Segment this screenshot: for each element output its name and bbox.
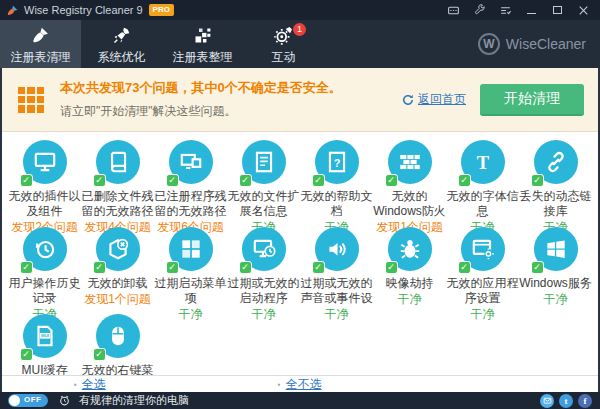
- gear-wrench-icon: [273, 25, 294, 46]
- scan-hint: 请立即"开始清理"解决这些问题。: [60, 103, 402, 120]
- checkbox-checked-icon[interactable]: ✓: [531, 261, 544, 274]
- category-item[interactable]: ✓ 无效的卸载 发现1个问题: [81, 227, 154, 314]
- schedule-hint: 有规律的清理你的电脑: [79, 393, 540, 408]
- checkbox-checked-icon[interactable]: ✓: [166, 261, 179, 274]
- category-label: 无效的右键菜单项: [81, 363, 154, 375]
- scan-summary: 本次共发现73个问题，其中0个不确定是否安全。: [60, 79, 402, 97]
- category-item[interactable]: ✓ 无效的插件以及组件 发现2个问题: [8, 140, 81, 227]
- content-frame: 本次共发现73个问题，其中0个不确定是否安全。 请立即"开始清理"解决这些问题。…: [0, 68, 600, 392]
- pro-badge: PRO: [149, 4, 174, 16]
- brush-icon: [30, 25, 51, 46]
- category-label: 无效的插件以及组件: [8, 189, 81, 219]
- category-item[interactable]: ✓ 无效的文件扩展名信息 干净: [227, 140, 300, 227]
- category-label: 无效的应用程序设置: [446, 276, 519, 306]
- checkbox-checked-icon[interactable]: ✓: [20, 174, 33, 187]
- checkbox-checked-icon[interactable]: ✓: [93, 348, 106, 361]
- category-item[interactable]: ✓ 无效的应用程序设置 干净: [446, 227, 519, 314]
- tab-registry-defrag[interactable]: 注册表整理: [162, 20, 243, 68]
- category-label: 过期或无效的启动程序: [227, 276, 300, 306]
- svg-text:T: T: [476, 153, 488, 173]
- category-item[interactable]: ✓ 过期或无效的启动程序 干净: [227, 227, 300, 314]
- minimize-button[interactable]: [518, 1, 544, 19]
- scan-categories: ✓ 无效的插件以及组件 发现2个问题 ✓ 已删除文件残留的无效路径 发现4个问题…: [2, 132, 598, 375]
- category-label: 过期启动菜单项: [154, 276, 227, 306]
- schedule-toggle[interactable]: OFF: [8, 394, 48, 407]
- category-item[interactable]: ✓ 用户操作历史记录 干净: [8, 227, 81, 314]
- scan-result-banner: 本次共发现73个问题，其中0个不确定是否安全。 请立即"开始清理"解决这些问题。…: [2, 68, 598, 132]
- statusbar: OFF 有规律的清理你的电脑 t f: [0, 392, 600, 409]
- category-label: 过期或无效的声音或事件设: [300, 276, 373, 306]
- checkbox-checked-icon[interactable]: ✓: [93, 174, 106, 187]
- category-item[interactable]: ✓ 无效的右键菜单项: [81, 314, 154, 375]
- checkbox-checked-icon[interactable]: ✓: [20, 348, 33, 361]
- category-label: Windows服务: [519, 276, 592, 291]
- select-all-link[interactable]: 全选: [74, 376, 106, 393]
- selection-bar: 全选 全不选: [2, 375, 598, 392]
- svg-text:?: ?: [333, 157, 340, 169]
- alarm-clock-icon: [58, 394, 71, 407]
- issues-grid-icon: [18, 87, 44, 113]
- feedback-icon[interactable]: [440, 1, 466, 19]
- category-item[interactable]: ✓ 过期或无效的声音或事件设 干净: [300, 227, 373, 314]
- menu-icon[interactable]: [492, 1, 518, 19]
- category-label: 无效的字体信息: [446, 189, 519, 219]
- select-none-link[interactable]: 全不选: [278, 376, 322, 393]
- window-title: Wise Registry Cleaner 9: [24, 4, 143, 16]
- category-status: 发现1个问题: [84, 292, 151, 307]
- checkbox-checked-icon[interactable]: ✓: [385, 174, 398, 187]
- checkbox-checked-icon[interactable]: ✓: [93, 261, 106, 274]
- category-item[interactable]: ? ✓ 无效的帮助文档 干净: [300, 140, 373, 227]
- category-item[interactable]: T ✓ 无效的字体信息 干净: [446, 140, 519, 227]
- category-label: 无效的帮助文档: [300, 189, 373, 219]
- category-item[interactable]: ✓ 已删除文件残留的无效路径 发现4个问题: [81, 140, 154, 227]
- checkbox-checked-icon[interactable]: ✓: [312, 174, 325, 187]
- checkbox-checked-icon[interactable]: ✓: [458, 174, 471, 187]
- checkbox-checked-icon[interactable]: ✓: [531, 174, 544, 187]
- category-item[interactable]: ✓ 无效的Windows防火 发现1个问题: [373, 140, 446, 227]
- brand-name: WiseCleaner: [506, 36, 586, 52]
- checkbox-checked-icon[interactable]: ✓: [312, 261, 325, 274]
- refresh-icon: [402, 94, 414, 106]
- app-logo-icon: [6, 4, 19, 17]
- tab-system-tuneup[interactable]: 系统优化: [81, 20, 162, 68]
- category-label: 无效的Windows防火: [373, 189, 446, 219]
- category-label: 映像劫持: [386, 276, 434, 291]
- facebook-icon[interactable]: f: [578, 394, 592, 408]
- start-clean-button[interactable]: 开始清理: [480, 84, 584, 116]
- checkbox-checked-icon[interactable]: ✓: [385, 261, 398, 274]
- settings-wrench-icon[interactable]: [466, 1, 492, 19]
- category-status: 干净: [179, 307, 203, 322]
- category-item[interactable]: ✓ 已注册程序残留的无效路径 发现6个问题: [154, 140, 227, 227]
- category-status: 干净: [471, 307, 495, 322]
- category-item[interactable]: MUI ✓ MUI缓存 发现59个问题: [8, 314, 81, 375]
- checkbox-checked-icon[interactable]: ✓: [239, 174, 252, 187]
- tab-community[interactable]: 互动 1: [243, 20, 324, 68]
- svg-text:MUI: MUI: [41, 333, 49, 338]
- category-status: 干净: [252, 307, 276, 322]
- brand-logo: W WiseCleaner: [478, 20, 586, 68]
- category-status: 干净: [544, 292, 568, 307]
- category-item[interactable]: ✓ 丢失的动态链接库 干净: [519, 140, 592, 227]
- category-label: 已删除文件残留的无效路径: [81, 189, 154, 219]
- category-label: 无效的文件扩展名信息: [227, 189, 300, 219]
- category-item[interactable]: ✓ 映像劫持 干净: [373, 227, 446, 314]
- checkbox-checked-icon[interactable]: ✓: [166, 174, 179, 187]
- twitter-icon[interactable]: t: [559, 394, 573, 408]
- maximize-button[interactable]: [544, 1, 570, 19]
- tab-label: 注册表清理: [11, 49, 71, 66]
- category-status: 干净: [325, 307, 349, 322]
- checkbox-checked-icon[interactable]: ✓: [239, 261, 252, 274]
- category-label: 已注册程序残留的无效路径: [154, 189, 227, 219]
- checkbox-checked-icon[interactable]: ✓: [20, 261, 33, 274]
- category-item[interactable]: ✓ 过期启动菜单项 干净: [154, 227, 227, 314]
- back-home-link[interactable]: 返回首页: [402, 91, 466, 108]
- category-status: 干净: [398, 292, 422, 307]
- checkbox-checked-icon[interactable]: ✓: [458, 261, 471, 274]
- email-icon[interactable]: [540, 394, 554, 408]
- tab-label: 注册表整理: [173, 49, 233, 66]
- close-button[interactable]: [570, 1, 596, 19]
- category-label: 丢失的动态链接库: [519, 189, 592, 219]
- category-label: 无效的卸载: [88, 276, 148, 291]
- category-item[interactable]: ✓ Windows服务 干净: [519, 227, 592, 314]
- tab-registry-cleanup[interactable]: 注册表清理: [0, 20, 81, 68]
